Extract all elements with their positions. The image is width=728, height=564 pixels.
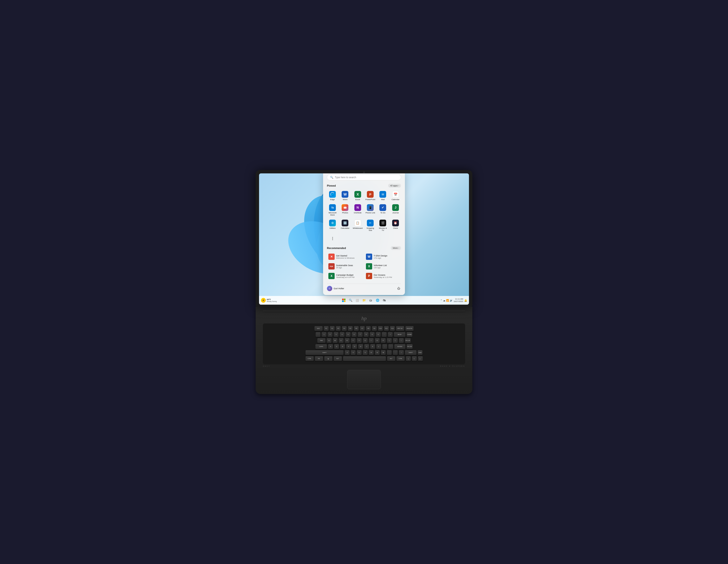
key-u[interactable]: U — [363, 338, 368, 343]
all-apps-button[interactable]: All apps › — [388, 184, 401, 187]
user-info[interactable]: G Guri Holter — [327, 286, 344, 291]
system-tray[interactable]: ⌃ ☁ 📶 🔊 — [440, 299, 453, 302]
key-1[interactable]: 1 — [321, 332, 327, 337]
app-clock[interactable]: ⏰ Clock — [390, 219, 401, 232]
search-bar[interactable]: 🔍 — [327, 174, 401, 180]
clock-widget[interactable]: 11:11 AM 10/27/2023 — [454, 298, 463, 303]
app-movies[interactable]: 🎬 Movies & TV — [377, 219, 388, 232]
key-caps[interactable]: CAPS — [315, 344, 327, 349]
key-n[interactable]: N — [375, 350, 380, 355]
app-snipping[interactable]: ✂ Snipping Tool — [365, 219, 376, 232]
key-0[interactable]: 0 — [376, 332, 381, 337]
taskbar-search-button[interactable]: 🔍 — [348, 298, 353, 303]
power-button[interactable]: ⏻ — [396, 286, 401, 291]
key-w[interactable]: W — [332, 338, 338, 343]
app-photos[interactable]: 🏔 Photos — [339, 203, 351, 217]
key-enter[interactable]: ENTER — [394, 344, 406, 349]
app-phone-link[interactable]: 📱 Phone Link — [365, 203, 376, 217]
key-shift-r[interactable]: SHIFT — [405, 350, 417, 355]
app-whiteboard[interactable]: 📋 Whiteboard — [352, 219, 363, 232]
key-backslash[interactable]: \ — [399, 338, 404, 343]
key-f7[interactable]: F7 — [360, 326, 365, 331]
key-6[interactable]: 6 — [351, 332, 357, 337]
key-v[interactable]: V — [363, 350, 368, 355]
app-todo[interactable]: ✔ To Do — [377, 203, 388, 217]
key-t[interactable]: T — [351, 338, 356, 343]
rec-campaign[interactable]: X Campaign Budget Yesterday at 4:24 PM — [327, 271, 364, 280]
taskbar-taskview-button[interactable]: ⬜ — [354, 298, 360, 303]
app-edge[interactable]: Edge — [327, 190, 338, 202]
app-calculator[interactable]: 🔢 Calculator — [339, 219, 351, 232]
key-end[interactable]: END — [417, 350, 423, 355]
key-a[interactable]: A — [328, 344, 333, 349]
key-g[interactable]: G — [352, 344, 357, 349]
more-pinned[interactable] — [327, 234, 338, 243]
app-utilities[interactable]: ⚙ Utilities — [327, 219, 338, 232]
key-p[interactable]: P — [381, 338, 386, 343]
key-prtsc[interactable]: PRT SC — [396, 326, 404, 331]
rec-get-started[interactable]: ✕ Get Started Welcome to Windows — [327, 252, 364, 261]
rec-tshirt[interactable]: W T-Shirt Design 17m ago — [364, 252, 401, 261]
key-h[interactable]: H — [358, 344, 363, 349]
key-slash[interactable]: / — [399, 350, 404, 355]
key-f10[interactable]: F10 — [378, 326, 383, 331]
taskbar-store-button[interactable]: 🛍 — [381, 298, 387, 303]
key-b[interactable]: B — [369, 350, 374, 355]
key-f9[interactable]: F9 — [372, 326, 377, 331]
app-word[interactable]: W Word — [339, 190, 351, 202]
key-o[interactable]: O — [375, 338, 380, 343]
key-i[interactable]: I — [369, 338, 374, 343]
key-f1[interactable]: F1 — [324, 326, 329, 331]
touchpad[interactable] — [347, 370, 381, 389]
app-journal[interactable]: J Journal — [390, 203, 401, 217]
key-arrow-down[interactable]: ▽ — [412, 356, 417, 361]
key-period[interactable]: . — [393, 350, 398, 355]
app-onenote[interactable]: N OneNote — [352, 203, 363, 217]
key-z[interactable]: Z — [345, 350, 350, 355]
key-q[interactable]: Q — [326, 338, 332, 343]
key-f11[interactable]: F11 — [384, 326, 389, 331]
key-alt-l[interactable]: ALT — [333, 356, 342, 361]
weather-widget[interactable]: ☀ 68°F Mostly Sunny — [261, 298, 277, 303]
key-equals[interactable]: = — [388, 332, 393, 337]
key-r[interactable]: R — [345, 338, 350, 343]
taskbar-explorer-button[interactable]: 📁 — [361, 298, 367, 303]
key-shift-l[interactable]: SHIFT — [305, 350, 344, 355]
key-tab[interactable]: TAB — [317, 338, 326, 343]
key-alt-r[interactable]: ALT — [387, 356, 396, 361]
key-comma[interactable]: , — [387, 350, 392, 355]
key-c[interactable]: C — [357, 350, 362, 355]
key-arrow-right[interactable]: ▷ — [418, 356, 423, 361]
key-d[interactable]: D — [340, 344, 345, 349]
app-mail[interactable]: ✉ Mail — [377, 190, 388, 202]
key-esc[interactable]: ESC — [314, 326, 323, 331]
key-8[interactable]: 8 — [364, 332, 369, 337]
more-button[interactable]: More › — [391, 246, 401, 250]
key-f12[interactable]: F12 — [390, 326, 395, 331]
key-l[interactable]: L — [376, 344, 381, 349]
start-button[interactable] — [341, 298, 347, 303]
app-excel[interactable]: X Excel — [352, 190, 363, 202]
key-bracket-r[interactable]: ] — [393, 338, 398, 343]
app-calendar[interactable]: 📅 Calendar — [390, 190, 401, 202]
key-3[interactable]: 3 — [333, 332, 339, 337]
key-fn[interactable]: FN — [315, 356, 323, 361]
key-backspace[interactable]: BKSP — [394, 332, 406, 337]
key-minus[interactable]: - — [382, 332, 387, 337]
key-pgdn[interactable]: PG DN — [406, 344, 413, 349]
key-f3[interactable]: F3 — [336, 326, 341, 331]
key-5[interactable]: 5 — [345, 332, 351, 337]
search-input[interactable] — [335, 176, 398, 179]
rec-volunteer[interactable]: X Volunteer List 12h ago — [364, 262, 401, 271]
key-f5[interactable]: F5 — [348, 326, 353, 331]
key-k[interactable]: K — [370, 344, 375, 349]
key-2[interactable]: 2 — [327, 332, 333, 337]
key-f8[interactable]: F8 — [366, 326, 371, 331]
key-home[interactable]: HOME — [406, 332, 413, 337]
key-semicolon[interactable]: ; — [382, 344, 387, 349]
key-4[interactable]: 4 — [339, 332, 345, 337]
key-pgup[interactable]: PG UP — [405, 338, 411, 343]
key-7[interactable]: 7 — [357, 332, 363, 337]
key-ctrl-l[interactable]: CTRL — [305, 356, 314, 361]
key-f6[interactable]: F6 — [354, 326, 359, 331]
